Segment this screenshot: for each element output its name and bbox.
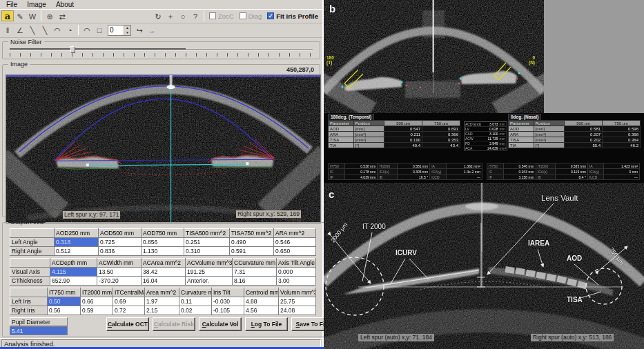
table-cell[interactable]: -0.105: [212, 306, 244, 315]
pupil-diameter-label: Pupil Diameter: [10, 317, 68, 326]
table-row: IT7500.538 mmIT20000.581 mmIA1.382 mm²: [329, 163, 482, 169]
row-label: Left Angle: [10, 238, 55, 247]
toolbar-separator: [41, 11, 41, 21]
toolbar-separator: [78, 25, 79, 35]
arc-tool-icon[interactable]: ◠: [51, 26, 64, 37]
noise-filter-slider[interactable]: [10, 47, 313, 52]
table-cell[interactable]: 0.856: [142, 238, 184, 247]
table-cell[interactable]: 0.69: [113, 297, 145, 306]
table-cell: 1.4e-2 mm: [447, 169, 482, 174]
table-cell[interactable]: 0.318: [55, 238, 99, 247]
redo-icon[interactable]: ↪: [133, 26, 146, 37]
rect-tool-icon[interactable]: □: [93, 25, 106, 36]
temporal-iris: IT7500.538 mmIT20000.581 mmIA1.382 mm²IC…: [328, 163, 482, 180]
log-to-file-button[interactable]: Log To File: [245, 317, 288, 331]
table-cell[interactable]: 0.836: [99, 247, 142, 256]
row-label: IB: [378, 174, 397, 180]
row-label: IT750: [329, 163, 345, 169]
table-cell[interactable]: 0.591: [230, 247, 274, 256]
table-cell[interactable]: 4.88: [244, 297, 279, 306]
table-cell[interactable]: 0.512: [55, 247, 99, 256]
table-cell[interactable]: 25.75: [279, 297, 316, 306]
value-spinner[interactable]: 0 ▲ ▼: [108, 25, 131, 36]
table-cell: 3.158 mm: [503, 174, 536, 180]
row-label: TIA: [329, 143, 354, 148]
table-cell[interactable]: 8.16: [233, 277, 277, 286]
angle-tool-icon[interactable]: ∠: [14, 26, 26, 37]
slider-thumb[interactable]: [70, 46, 75, 53]
caliper-tool-icon[interactable]: ‖: [1, 25, 14, 36]
gauge-tool-icon[interactable]: ◔: [64, 25, 76, 36]
left-spur-auto-coordinates: Left spur (auto) x,y: 71, 184: [358, 334, 434, 341]
row-label: AOD: [509, 126, 534, 132]
column-header: 750 um: [603, 121, 641, 126]
table-cell: 8.4 °: [555, 174, 587, 180]
table-cell[interactable]: 0.650: [274, 247, 316, 256]
table-cell[interactable]: 0.251: [184, 238, 230, 247]
table-cell[interactable]: 1.130: [142, 247, 184, 256]
magnifier-icon[interactable]: ○: [177, 11, 189, 22]
oct-scan-canvas[interactable]: Left spur x,y: 97, 171 Right spur x,y: 5…: [6, 74, 321, 223]
table-cell[interactable]: 0.59: [81, 306, 113, 315]
calculate-vol-button[interactable]: Calculate Vol: [199, 317, 242, 331]
run-arrow-icon[interactable]: →: [146, 25, 158, 36]
rotate-icon[interactable]: ↻: [152, 11, 164, 22]
table-cell[interactable]: 2.15: [145, 306, 179, 315]
table-cell[interactable]: 0.000: [277, 268, 316, 277]
table-cell[interactable]: 0.310: [184, 247, 230, 256]
table-cell[interactable]: 0.72: [113, 306, 145, 315]
line-tool-2-icon[interactable]: ╲: [39, 26, 51, 37]
text-annotation-icon[interactable]: a: [1, 10, 14, 21]
table-cell: ---: [447, 174, 482, 180]
menu-about[interactable]: About: [52, 1, 78, 8]
table-cell[interactable]: 0.725: [99, 238, 142, 247]
column-header: 500 um: [384, 121, 422, 126]
menu-file[interactable]: File: [2, 1, 21, 8]
row-label: ARA: [509, 132, 534, 137]
table-cell[interactable]: 3.00: [277, 277, 316, 286]
spinner-up-icon[interactable]: ▲: [124, 26, 130, 30]
row-label: IB: [536, 174, 555, 180]
calculate-oct-button[interactable]: Calculate OCT: [106, 317, 149, 331]
table-cell[interactable]: 191.25: [186, 268, 233, 277]
table-cell[interactable]: 4.56: [244, 306, 279, 315]
table-cell[interactable]: Anterior.: [186, 277, 233, 286]
curve-tool-icon[interactable]: ◠: [81, 26, 93, 37]
zocc-checkbox[interactable]: ZocC: [209, 12, 234, 20]
table-cell[interactable]: -370.20: [97, 277, 142, 286]
table-cell[interactable]: 4.115: [50, 268, 97, 277]
table-cell[interactable]: 16.04: [142, 277, 186, 286]
globe-icon[interactable]: ⊕: [43, 11, 56, 22]
table-row: ACA24.639mm²: [465, 146, 507, 151]
freehand-tool-icon[interactable]: W: [26, 11, 39, 22]
table-cell[interactable]: 1.97: [145, 297, 179, 306]
table-cell[interactable]: 0.66: [81, 297, 113, 306]
table-cell[interactable]: 13.50: [97, 268, 142, 277]
move-icon[interactable]: +: [164, 11, 177, 22]
table-cell[interactable]: 0.50: [48, 297, 81, 306]
menu-image[interactable]: Image: [23, 1, 50, 8]
table-cell[interactable]: -0.030: [212, 297, 244, 306]
table-cell[interactable]: 0.02: [179, 306, 212, 315]
menu-bar: File Image About: [0, 0, 322, 10]
spinner-down-icon[interactable]: ▼: [124, 30, 130, 35]
column-header: Iris Tilt: [212, 288, 244, 297]
table-cell[interactable]: 0.490: [230, 238, 274, 247]
line-tool-icon[interactable]: ╲: [26, 26, 39, 37]
table-cell: 11.739: [481, 137, 499, 141]
table-cell[interactable]: 24.08: [279, 306, 316, 315]
pen-tool-icon[interactable]: ✎: [14, 11, 26, 22]
table-cell[interactable]: 38.42: [142, 268, 186, 277]
fit-iris-profile-checkbox[interactable]: ✓ Fit Iris Profile: [267, 12, 318, 20]
table-cell[interactable]: 0.11: [179, 297, 212, 306]
row-label: Right Iris: [10, 306, 48, 315]
table-cell[interactable]: 7.31: [233, 268, 277, 277]
table-cell[interactable]: 0.546: [274, 238, 316, 247]
swap-arrows-icon[interactable]: ⇄: [56, 11, 68, 22]
column-header: AOD250 mm: [55, 229, 99, 238]
output-area-group: Output Area AOD250 mmAOD500 mmAOD750 mmT…: [2, 219, 344, 337]
diag-checkbox[interactable]: Diag: [240, 12, 262, 20]
table-cell[interactable]: 0.56: [48, 306, 81, 315]
table-cell[interactable]: 652.90: [50, 277, 97, 286]
help-icon[interactable]: ?: [189, 11, 202, 22]
